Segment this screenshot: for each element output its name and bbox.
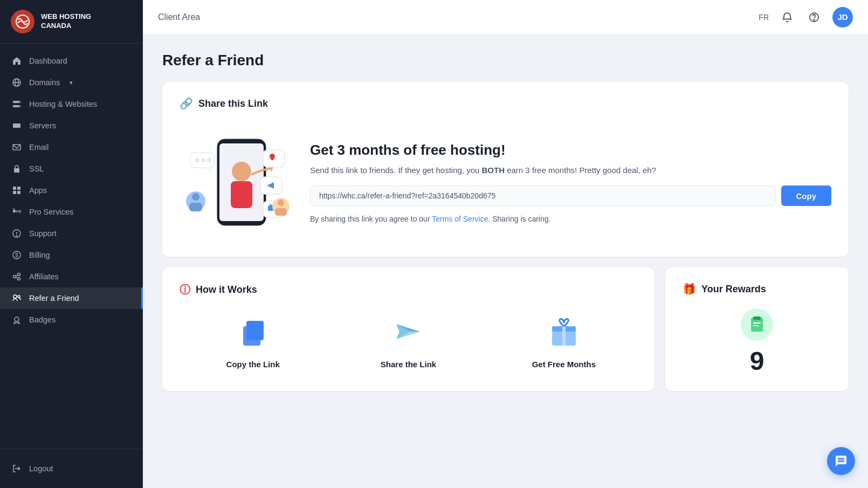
user-avatar[interactable]: JD: [832, 7, 853, 28]
link-row: Copy: [310, 185, 831, 206]
svg-point-25: [18, 273, 20, 276]
sidebar-label-logout: Logout: [29, 464, 53, 473]
share-link-card: 🔗 Share this Link: [162, 82, 849, 257]
gift-step-icon: [542, 310, 585, 353]
svg-line-28: [16, 277, 18, 278]
chat-button[interactable]: [827, 447, 855, 475]
sidebar-item-apps[interactable]: Apps: [0, 180, 143, 201]
notifications-button[interactable]: [779, 9, 796, 26]
svg-point-31: [15, 317, 19, 321]
logo-text: WEB HOSTING CANADA: [41, 12, 91, 31]
svg-point-21: [16, 235, 17, 236]
svg-point-37: [232, 162, 251, 181]
affiliates-icon: [12, 272, 22, 281]
copy-button[interactable]: Copy: [781, 185, 832, 206]
svg-rect-12: [14, 168, 19, 173]
sidebar-nav: Dashboard Domains ▾ Hosting & Websites S…: [0, 44, 143, 449]
how-it-works-card: ⓘ How it Works Copy the Link: [162, 267, 655, 391]
rewards-card-header: 🎁 Your Rewards: [683, 283, 831, 295]
svg-rect-14: [17, 187, 20, 190]
sidebar-label-affiliates: Affiliates: [29, 272, 59, 281]
apps-icon: [12, 185, 22, 195]
sidebar-item-affiliates[interactable]: Affiliates: [0, 266, 143, 287]
svg-rect-16: [17, 191, 20, 194]
help-button[interactable]: [805, 9, 823, 26]
sidebar-label-apps: Apps: [29, 186, 47, 195]
home-icon: [12, 56, 22, 66]
share-card-title: Share this Link: [198, 98, 268, 109]
sidebar-label-pro-services: Pro Services: [29, 208, 73, 216]
svg-rect-61: [753, 317, 761, 320]
svg-rect-15: [13, 191, 16, 194]
how-step-share-label: Share the Link: [381, 360, 436, 369]
sidebar-item-support[interactable]: Support: [0, 223, 143, 244]
referral-illustration: [180, 123, 293, 242]
sidebar: WEB HOSTING CANADA Dashboard Domains ▾ H…: [0, 0, 143, 488]
svg-point-26: [18, 278, 20, 280]
sidebar-item-email[interactable]: Email: [0, 136, 143, 158]
globe-icon: [12, 78, 22, 87]
how-card-header: ⓘ How it Works: [180, 283, 637, 297]
sidebar-label-servers: Servers: [29, 121, 56, 130]
gift-icon: 🎁: [683, 283, 696, 295]
sidebar-label-hosting: Hosting & Websites: [29, 100, 97, 108]
server-rack-icon: [12, 99, 22, 109]
header-title: Client Area: [158, 12, 200, 22]
header-actions: FR JD: [759, 7, 853, 28]
sidebar-item-ssl[interactable]: SSL: [0, 158, 143, 180]
content-area: Refer a Friend 🔗 Share this Link: [143, 35, 868, 488]
sidebar-item-billing[interactable]: $ Billing: [0, 244, 143, 266]
svg-rect-18: [13, 208, 15, 209]
referral-link-input[interactable]: [310, 185, 776, 206]
rewards-count: 9: [683, 346, 831, 376]
share-content: Get 3 months of free hosting! Send this …: [310, 141, 831, 224]
svg-rect-53: [246, 321, 264, 340]
terms-of-service-link[interactable]: Terms of Service: [432, 215, 488, 223]
sidebar-footer: Logout: [0, 449, 143, 488]
sidebar-item-badges[interactable]: Badges: [0, 309, 143, 331]
sidebar-logo[interactable]: WEB HOSTING CANADA: [0, 0, 143, 44]
sidebar-item-refer[interactable]: Refer a Friend: [0, 287, 143, 309]
header: Client Area FR JD: [143, 0, 868, 35]
how-step-gift-label: Get Free Months: [532, 360, 596, 369]
billing-icon: $: [12, 250, 22, 260]
svg-line-27: [16, 275, 18, 276]
sidebar-item-servers[interactable]: Servers: [0, 115, 143, 136]
share-card-header: 🔗 Share this Link: [180, 97, 831, 110]
share-card-body: Get 3 months of free hosting! Send this …: [180, 123, 831, 242]
sidebar-item-hosting[interactable]: Hosting & Websites: [0, 93, 143, 115]
how-steps: Copy the Link Share the Link: [180, 310, 637, 369]
svg-rect-13: [13, 187, 16, 190]
share-step-icon: [387, 310, 430, 353]
how-card-title: How it Works: [196, 284, 257, 295]
sidebar-item-logout[interactable]: Logout: [0, 458, 143, 479]
sidebar-label-email: Email: [29, 143, 49, 152]
svg-rect-10: [14, 126, 15, 127]
support-icon: [12, 229, 22, 238]
badges-icon: [12, 315, 22, 325]
svg-point-29: [13, 295, 17, 298]
info-icon: ⓘ: [180, 283, 190, 297]
sidebar-item-dashboard[interactable]: Dashboard: [0, 50, 143, 72]
svg-rect-51: [275, 208, 287, 216]
server-icon: [12, 121, 22, 130]
sidebar-item-domains[interactable]: Domains ▾: [0, 72, 143, 93]
sidebar-label-support: Support: [29, 229, 57, 238]
how-step-share: Share the Link: [335, 310, 481, 369]
svg-text:PRO: PRO: [16, 210, 21, 214]
sidebar-item-pro-services[interactable]: PRO Pro Services: [0, 201, 143, 223]
share-headline: Get 3 months of free hosting!: [310, 141, 831, 160]
sidebar-label-badges: Badges: [29, 315, 56, 324]
svg-text:$: $: [15, 252, 18, 258]
copy-step-icon: [231, 310, 274, 353]
sidebar-label-billing: Billing: [29, 251, 50, 259]
sidebar-label-dashboard: Dashboard: [29, 57, 67, 65]
svg-point-42: [207, 158, 211, 162]
language-toggle[interactable]: FR: [759, 13, 769, 22]
page-title: Refer a Friend: [162, 52, 849, 69]
svg-point-24: [13, 276, 16, 278]
how-step-copy-label: Copy the Link: [226, 360, 280, 369]
svg-point-30: [18, 295, 20, 298]
svg-rect-17: [13, 210, 16, 212]
sidebar-label-domains: Domains: [29, 78, 60, 87]
